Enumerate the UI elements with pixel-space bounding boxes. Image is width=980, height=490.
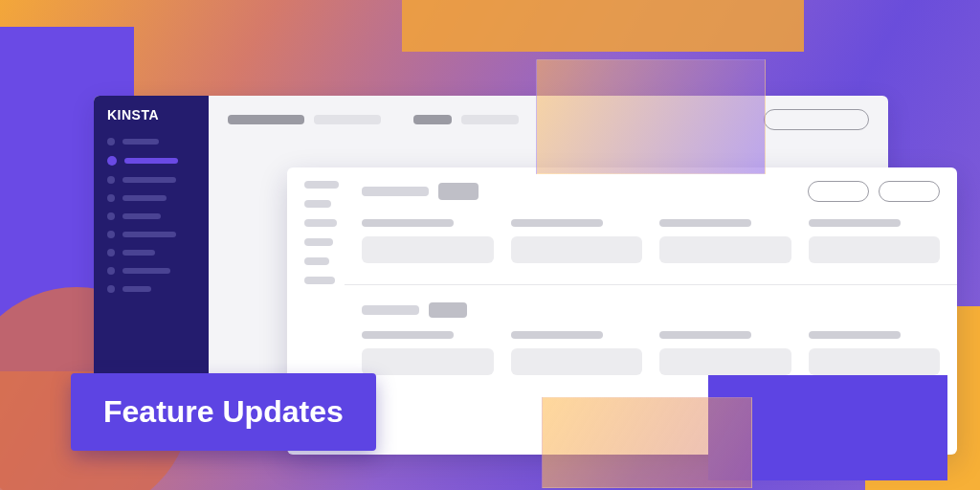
stat-value-skeleton	[362, 236, 494, 263]
stat-label-skeleton	[511, 331, 603, 339]
nav-dot-icon	[107, 138, 115, 145]
stat-label-skeleton	[511, 219, 603, 227]
stat-label-skeleton	[659, 219, 751, 227]
stat-value-skeleton	[659, 236, 791, 263]
stat-card	[659, 331, 791, 375]
content-area	[362, 181, 940, 375]
page-title-skeleton	[362, 187, 429, 196]
action-button[interactable]	[808, 181, 869, 202]
secondary-nav	[304, 181, 346, 296]
stat-value-skeleton	[511, 348, 643, 375]
sidebar-item[interactable]	[107, 285, 195, 293]
stat-card	[659, 219, 791, 263]
nav-dot-icon	[107, 194, 115, 202]
section-title-skeleton	[362, 305, 419, 315]
sidebar-item-label	[122, 286, 151, 292]
decorative-block	[402, 0, 804, 52]
stat-value-skeleton	[511, 236, 643, 263]
stat-label-skeleton	[362, 331, 454, 339]
sidebar-item-label	[122, 195, 167, 201]
stat-card	[511, 219, 643, 263]
topbar-label-skeleton	[413, 115, 452, 124]
brand-logo: KINSTA	[107, 107, 195, 122]
sidebar-item[interactable]	[107, 267, 195, 275]
stat-card	[809, 219, 941, 263]
nav-dot-icon	[107, 156, 117, 166]
stat-label-skeleton	[659, 331, 751, 339]
headline-text: Feature Updates	[103, 394, 344, 429]
stat-label-skeleton	[809, 331, 901, 339]
stat-value-skeleton	[362, 348, 494, 375]
sidebar-item-label	[122, 232, 176, 237]
stat-card	[362, 219, 494, 263]
stat-value-skeleton	[659, 348, 791, 375]
sidebar-item[interactable]	[107, 194, 195, 202]
sidebar-item-label	[122, 268, 170, 274]
decorative-glass	[542, 397, 752, 488]
breadcrumb-skeleton	[314, 115, 381, 124]
secondary-nav-item[interactable]	[304, 219, 337, 227]
stats-grid	[362, 219, 940, 263]
action-button[interactable]	[879, 181, 940, 202]
stat-label-skeleton	[362, 219, 454, 227]
sidebar-item[interactable]	[107, 138, 195, 145]
sidebar-item-active[interactable]	[107, 156, 195, 166]
stat-card	[511, 331, 643, 375]
secondary-nav-item[interactable]	[304, 238, 333, 246]
secondary-nav-item[interactable]	[304, 277, 335, 284]
nav-dot-icon	[107, 267, 115, 275]
stat-card	[362, 331, 494, 375]
sidebar-item-label	[122, 213, 161, 219]
content-header	[362, 181, 940, 202]
sidebar-item-label	[122, 177, 176, 183]
nav-dot-icon	[107, 285, 115, 293]
breadcrumb-skeleton	[228, 115, 304, 124]
secondary-nav-item[interactable]	[304, 200, 331, 208]
topbar-label-skeleton	[461, 115, 519, 124]
sidebar-item[interactable]	[107, 176, 195, 184]
decorative-glass	[536, 59, 766, 174]
section-badge-skeleton	[429, 302, 467, 318]
status-badge-skeleton	[438, 183, 479, 200]
nav-dot-icon	[107, 212, 115, 220]
stat-value-skeleton	[809, 236, 941, 263]
nav-dot-icon	[107, 231, 115, 238]
nav-dot-icon	[107, 176, 115, 184]
sidebar-item-label	[122, 139, 159, 145]
headline-badge: Feature Updates	[71, 373, 376, 451]
stat-card	[809, 331, 941, 375]
sidebar-item-label	[122, 250, 155, 256]
sidebar-item[interactable]	[107, 212, 195, 220]
sidebar-item-label	[124, 158, 178, 164]
divider	[345, 284, 957, 285]
secondary-nav-item[interactable]	[304, 257, 329, 265]
sidebar-item[interactable]	[107, 231, 195, 238]
sidebar-item[interactable]	[107, 249, 195, 256]
secondary-nav-item[interactable]	[304, 181, 339, 189]
topbar-action-button[interactable]	[764, 109, 869, 130]
promo-canvas: KINSTA	[0, 0, 980, 490]
nav-dot-icon	[107, 249, 115, 256]
stat-value-skeleton	[809, 348, 941, 375]
section-header	[362, 302, 940, 318]
stats-grid	[362, 331, 940, 375]
stat-label-skeleton	[809, 219, 901, 227]
